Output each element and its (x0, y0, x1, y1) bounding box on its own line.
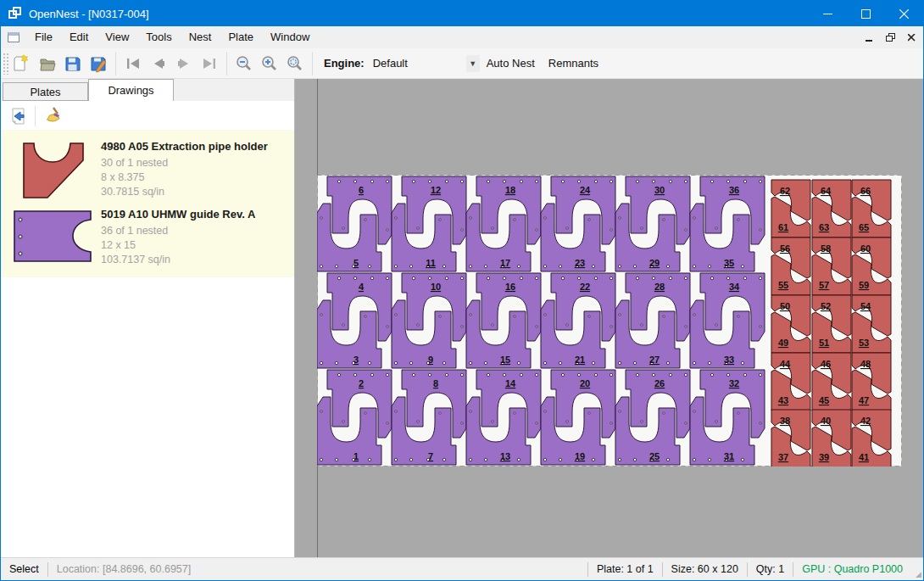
maximize-button[interactable] (847, 1, 885, 26)
part-number: 7 (428, 451, 433, 461)
remnants-button[interactable]: Remnants (542, 53, 605, 75)
menu-tools[interactable]: Tools (137, 26, 180, 48)
menu-edit[interactable]: Edit (61, 26, 97, 48)
mdi-restore-icon[interactable] (881, 30, 899, 45)
part-number: 38 (780, 416, 790, 426)
first-plate-button[interactable] (120, 51, 146, 76)
new-file-button[interactable] (9, 51, 35, 76)
drawing-area: 30.7815 sq/in (101, 185, 289, 199)
nest-canvas[interactable]: 6512111817242330293635431091615222128273… (295, 79, 923, 557)
mdi-document-icon[interactable] (8, 32, 19, 42)
part-number: 47 (859, 395, 869, 405)
part-number: 40 (821, 416, 831, 426)
part-number: 19 (575, 451, 585, 461)
menu-plate[interactable]: Plate (220, 26, 262, 48)
red-part-pair[interactable]: 4645 (812, 353, 851, 411)
part-number: 37 (778, 452, 788, 462)
red-part-pair[interactable]: 6665 (852, 180, 891, 237)
menu-view[interactable]: View (97, 26, 137, 48)
zoom-fit-button[interactable] (282, 51, 308, 76)
drawing-size: 12 x 15 (101, 238, 289, 253)
drawings-toolbar (1, 101, 294, 130)
plate-view[interactable]: 6512111817242330293635431091615222128273… (317, 175, 902, 466)
drawing-list: 4980 A05 Extraction pipe holder 30 of 1 … (1, 130, 294, 277)
minimize-button[interactable] (809, 1, 847, 26)
engine-combobox[interactable]: Default ▼ (370, 53, 480, 74)
auto-nest-button[interactable]: Auto Nest (480, 53, 542, 75)
part-number: 46 (821, 359, 831, 369)
drawing-item-1[interactable]: 4980 A05 Extraction pipe holder 30 of 1 … (4, 135, 291, 203)
part-number: 64 (821, 186, 832, 196)
red-part-pair[interactable]: 5857 (812, 237, 851, 295)
drawing-nested-count: 30 of 1 nested (101, 156, 289, 170)
red-part-pair[interactable]: 5453 (852, 295, 891, 353)
mdi-minimize-icon[interactable] (860, 30, 878, 45)
part-number: 25 (649, 451, 660, 461)
tab-plates[interactable]: Plates (3, 82, 88, 101)
resize-grip[interactable]: ◢ (911, 558, 923, 580)
part-number: 62 (780, 186, 790, 196)
app-icon (8, 7, 22, 20)
save-as-button[interactable] (86, 51, 111, 76)
part-number: 59 (859, 280, 869, 290)
red-part-pair[interactable]: 6261 (771, 180, 810, 237)
menu-window[interactable]: Window (262, 26, 318, 48)
part-number: 5 (353, 258, 359, 268)
red-part-pair[interactable]: 4847 (852, 353, 891, 411)
red-part-pair[interactable]: 6463 (812, 180, 851, 237)
red-part-pair[interactable]: 5655 (771, 237, 810, 295)
part-number: 21 (575, 355, 585, 365)
drawing-area: 103.7137 sq/in (101, 253, 289, 267)
clear-drawings-broom-icon[interactable] (39, 104, 64, 128)
status-plate-count: Plate: 1 of 1 (588, 562, 662, 577)
status-gpu: GPU : Quadro P1000 (793, 562, 911, 577)
part-number: 24 (580, 185, 591, 195)
part-number: 57 (819, 280, 829, 290)
zoom-in-button[interactable] (257, 51, 282, 76)
menu-bar: File Edit View Tools Nest Plate Window (1, 26, 923, 48)
menu-nest[interactable]: Nest (181, 26, 220, 48)
red-part-pair[interactable]: 5049 (771, 295, 810, 353)
next-plate-button[interactable] (171, 51, 197, 76)
main-toolbar: Engine: Default ▼ Auto Nest Remnants (1, 48, 923, 79)
chevron-down-icon[interactable]: ▼ (466, 55, 480, 72)
part-number: 29 (649, 258, 660, 268)
drawing-item-2[interactable]: 5019 A10 UHMW guide Rev. A 36 of 1 neste… (4, 203, 291, 271)
part-number: 2 (359, 378, 364, 388)
panel-tabs: Plates Drawings (1, 79, 294, 101)
import-drawing-button[interactable] (6, 104, 31, 128)
open-file-button[interactable] (35, 51, 60, 76)
zoom-out-button[interactable] (231, 51, 257, 76)
part-number: 61 (778, 222, 788, 232)
red-part-pair[interactable]: 3837 (771, 410, 810, 466)
part-number: 60 (860, 243, 871, 254)
toolbar-grip[interactable] (3, 53, 9, 75)
part-number: 42 (860, 416, 871, 426)
mdi-close-icon[interactable] (902, 30, 921, 45)
part-number: 39 (819, 452, 829, 462)
last-plate-button[interactable] (197, 51, 222, 76)
tab-drawings[interactable]: Drawings (88, 79, 174, 101)
part-number: 43 (778, 395, 788, 405)
part-number: 9 (428, 355, 433, 365)
part-number: 17 (500, 258, 510, 268)
drawing-thumbnail-red (6, 138, 101, 199)
part-number: 6 (359, 185, 364, 195)
part-number: 31 (724, 451, 734, 461)
red-part-pair[interactable]: 6059 (852, 237, 891, 295)
red-part-pair[interactable]: 4241 (852, 410, 891, 466)
menu-file[interactable]: File (26, 26, 61, 48)
status-plate-size: Size: 60 x 120 (663, 562, 747, 577)
part-number: 44 (780, 359, 791, 369)
red-part-pair[interactable]: 5251 (812, 295, 851, 353)
part-number: 14 (505, 378, 516, 388)
part-number: 63 (819, 222, 829, 232)
part-number: 49 (778, 338, 788, 348)
red-part-pair[interactable]: 4443 (771, 353, 810, 411)
previous-plate-button[interactable] (146, 51, 171, 76)
engine-value: Default (370, 57, 466, 70)
save-button[interactable] (60, 51, 86, 76)
red-part-pair[interactable]: 4039 (812, 410, 851, 466)
part-number: 48 (860, 359, 871, 369)
close-button[interactable] (885, 1, 923, 26)
